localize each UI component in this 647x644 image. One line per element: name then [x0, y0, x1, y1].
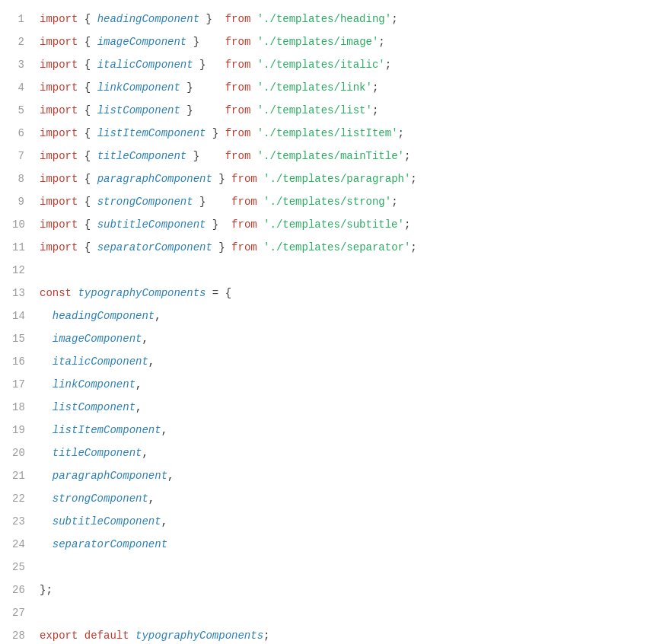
token-identifier: paragraphComponent: [53, 470, 167, 482]
token-identifier: linkComponent: [97, 81, 180, 94]
token-plain: }: [212, 173, 231, 185]
code-line: 18 listComponent,: [0, 396, 647, 419]
token-identifier: subtitleComponent: [97, 218, 206, 231]
token-plain: {: [78, 127, 97, 139]
line-content: import { subtitleComponent } from './tem…: [40, 213, 635, 236]
line-number: 16: [12, 350, 40, 373]
code-line: 19 listItemComponent,: [0, 419, 647, 442]
token-string: './templates/listItem': [257, 127, 398, 139]
code-line: 6import { listItemComponent } from './te…: [0, 122, 647, 145]
token-plain: [40, 470, 53, 482]
line-content: import { imageComponent } from './templa…: [40, 30, 635, 53]
token-plain: {: [78, 150, 97, 162]
line-content: paragraphComponent,: [40, 464, 635, 487]
token-plain: }: [180, 104, 225, 116]
token-kw-export: export: [40, 630, 78, 642]
token-string: './templates/subtitle': [263, 218, 404, 231]
token-kw-from: from: [225, 36, 251, 48]
token-plain: }: [206, 218, 231, 231]
token-plain: [250, 59, 257, 71]
token-plain: }: [180, 81, 225, 94]
token-kw-from: from: [225, 150, 251, 162]
token-kw-from: from: [231, 241, 257, 253]
code-line: 27: [0, 601, 647, 624]
line-content: linkComponent,: [40, 373, 635, 396]
line-content: import { separatorComponent } from './te…: [40, 236, 635, 259]
token-plain: ;: [404, 150, 410, 162]
token-identifier: typographyComponents: [135, 630, 263, 642]
token-plain: ;: [378, 36, 384, 48]
code-line: 15 imageComponent,: [0, 327, 647, 350]
token-plain: [78, 630, 84, 642]
token-kw-import: import: [40, 127, 78, 139]
line-content: export default typographyComponents;: [40, 624, 635, 644]
token-kw-import: import: [40, 59, 78, 71]
token-plain: ,: [155, 310, 161, 322]
token-plain: [250, 150, 257, 162]
token-plain: ,: [135, 401, 142, 413]
token-plain: [40, 355, 53, 368]
line-number: 14: [12, 304, 40, 327]
line-number: 15: [12, 327, 40, 350]
token-plain: }: [186, 36, 225, 48]
code-line: 20 titleComponent,: [0, 442, 647, 464]
token-identifier: headingComponent: [97, 13, 199, 25]
token-kw-import: import: [40, 173, 78, 185]
token-plain: [250, 36, 257, 48]
line-number: 1: [12, 8, 40, 30]
line-number: 7: [12, 145, 40, 167]
token-plain: [40, 538, 53, 550]
token-identifier: subtitleComponent: [53, 515, 161, 528]
token-plain: ;: [410, 173, 416, 185]
token-string: './templates/paragraph': [263, 173, 410, 185]
line-number: 27: [12, 601, 40, 624]
token-identifier: listComponent: [53, 401, 135, 413]
token-kw-from: from: [231, 218, 257, 231]
token-plain: [40, 515, 53, 528]
token-plain: [250, 81, 257, 94]
line-content: import { listItemComponent } from './tem…: [40, 122, 635, 145]
code-line: 24 separatorComponent: [0, 533, 647, 556]
token-plain: ;: [263, 630, 269, 642]
token-kw-import: import: [40, 104, 78, 116]
token-kw-const: const: [40, 287, 72, 299]
line-content: subtitleComponent,: [40, 510, 635, 533]
token-identifier: paragraphComponent: [97, 173, 212, 185]
code-line: 7import { titleComponent } from './templ…: [0, 145, 647, 167]
line-content: listComponent,: [40, 396, 635, 419]
line-number: 3: [12, 53, 40, 76]
token-plain: [257, 218, 263, 231]
token-plain: };: [40, 584, 53, 596]
code-line: 8import { paragraphComponent } from './t…: [0, 167, 647, 190]
token-plain: }: [206, 127, 225, 139]
token-plain: }: [193, 196, 231, 208]
token-kw-import: import: [40, 241, 78, 253]
token-identifier: strongComponent: [97, 196, 193, 208]
token-identifier: listItemComponent: [97, 127, 206, 139]
token-kw-import: import: [40, 218, 78, 231]
code-line: 26};: [0, 579, 647, 601]
token-string: './templates/heading': [257, 13, 391, 25]
line-content: listItemComponent,: [40, 419, 635, 442]
token-plain: [40, 333, 53, 345]
token-plain: }: [212, 241, 231, 253]
token-identifier: separatorComponent: [53, 538, 167, 550]
token-string: './templates/link': [257, 81, 372, 94]
token-string: './templates/image': [257, 36, 379, 48]
token-plain: ,: [142, 447, 148, 459]
token-plain: ,: [148, 493, 155, 505]
line-content: const typographyComponents = {: [40, 282, 635, 304]
line-number: 20: [12, 442, 40, 464]
code-line: 10import { subtitleComponent } from './t…: [0, 213, 647, 236]
line-number: 24: [12, 533, 40, 556]
token-plain: {: [78, 59, 97, 71]
line-number: 11: [12, 236, 40, 259]
line-content: separatorComponent: [40, 533, 635, 556]
token-plain: ;: [385, 59, 391, 71]
token-plain: [250, 13, 257, 25]
code-line: 2import { imageComponent } from './templ…: [0, 30, 647, 53]
token-plain: [257, 173, 263, 185]
code-editor: 1import { headingComponent } from './tem…: [0, 0, 647, 644]
token-plain: ;: [398, 127, 404, 139]
line-content: headingComponent,: [40, 304, 635, 327]
